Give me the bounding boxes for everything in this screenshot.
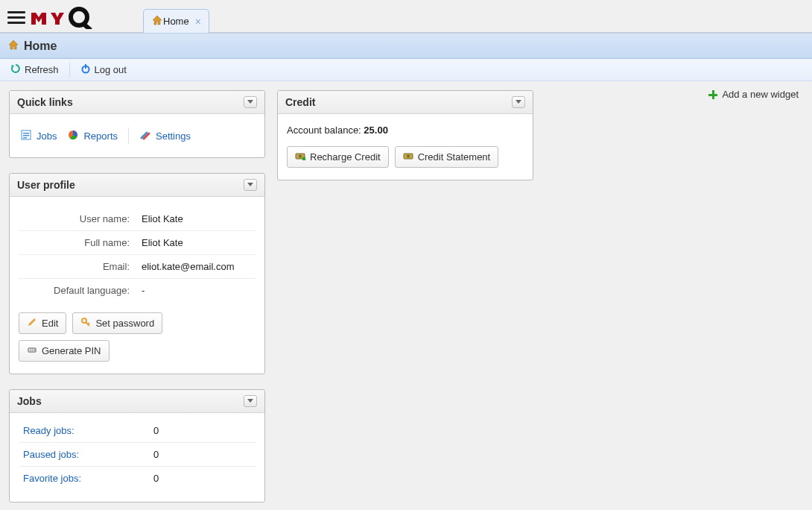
paused-jobs-link[interactable]: Paused jobs:: [23, 449, 79, 460]
page-header: Home: [0, 33, 812, 59]
widget-quick-links: Quick links Jobs Reports Settings: [9, 90, 265, 158]
widget-menu-button[interactable]: [244, 96, 257, 108]
svg-point-13: [34, 350, 35, 351]
add-widget-button[interactable]: Add a new widget: [708, 89, 799, 100]
credit-statement-button[interactable]: Credit Statement: [395, 146, 499, 168]
chevron-down-icon: [516, 100, 521, 104]
refresh-label: Refresh: [25, 64, 59, 75]
logout-label: Log out: [95, 64, 127, 75]
quicklink-reports-label: Reports: [83, 130, 118, 142]
set-password-button[interactable]: Set password: [72, 312, 162, 334]
plus-icon: [708, 90, 717, 99]
paused-jobs-value: 0: [149, 443, 163, 466]
refresh-button[interactable]: Refresh: [6, 62, 63, 78]
favorite-jobs-value: 0: [149, 467, 163, 490]
generate-pin-button[interactable]: Generate PIN: [19, 340, 110, 362]
value: Eliot Kate: [137, 207, 256, 231]
profile-row-language: Default language: -: [19, 279, 256, 303]
svg-rect-3: [85, 64, 86, 69]
value: eliot.kate@email.com: [137, 255, 256, 279]
app-bar: Home ×: [0, 0, 812, 33]
button-label: Set password: [95, 318, 154, 329]
pencil-icon: [27, 317, 37, 330]
column-2: Credit Account balance: 25.00 Recharge C…: [277, 90, 533, 180]
app-logo: [30, 5, 101, 29]
svg-point-11: [30, 350, 31, 351]
quicklink-settings[interactable]: Settings: [139, 128, 191, 144]
add-widget-label: Add a new widget: [722, 89, 799, 100]
profile-row-email: Email: eliot.kate@email.com: [19, 255, 256, 279]
tab-home[interactable]: Home ×: [143, 9, 209, 33]
recharge-credit-button[interactable]: Recharge Credit: [287, 146, 389, 168]
menu-icon[interactable]: [7, 8, 25, 26]
refresh-icon: [10, 63, 21, 76]
label: Email:: [19, 255, 137, 279]
svg-point-12: [32, 350, 34, 351]
jobs-icon: [20, 129, 32, 143]
widget-title: Jobs: [17, 395, 42, 407]
profile-row-fullname: Full name: Eliot Kate: [19, 231, 256, 255]
widget-jobs: Jobs Ready jobs: 0 Paused jobs: 0 Favori…: [9, 389, 265, 503]
toolbar: Refresh Log out: [0, 59, 812, 81]
widget-title: Credit: [285, 96, 315, 108]
content-area: Add a new widget Quick links Jobs Report…: [0, 81, 812, 510]
svg-rect-6: [23, 135, 29, 136]
jobs-row-ready: Ready jobs: 0: [19, 419, 256, 442]
settings-icon: [139, 129, 151, 143]
widget-title: Quick links: [17, 96, 73, 108]
chevron-down-icon: [247, 183, 253, 187]
jobs-row-paused: Paused jobs: 0: [19, 442, 256, 466]
button-label: Generate PIN: [42, 345, 101, 356]
edit-button[interactable]: Edit: [19, 312, 66, 334]
money-icon: [403, 151, 413, 163]
svg-rect-5: [23, 133, 29, 134]
quicklink-reports[interactable]: Reports: [67, 128, 118, 144]
chevron-down-icon: [247, 100, 253, 104]
home-icon: [151, 14, 163, 28]
quicklink-settings-label: Settings: [156, 130, 191, 142]
ready-jobs-value: 0: [149, 419, 163, 442]
power-icon: [80, 63, 91, 76]
close-icon[interactable]: ×: [195, 16, 201, 28]
key-icon: [80, 317, 91, 330]
money-icon: [295, 151, 305, 163]
widget-menu-button[interactable]: [244, 179, 257, 191]
label: User name:: [19, 207, 137, 231]
separator: [69, 63, 70, 78]
value: -: [137, 279, 256, 303]
svg-rect-7: [23, 137, 27, 139]
button-label: Credit Statement: [418, 151, 491, 163]
svg-point-17: [407, 155, 410, 158]
button-label: Edit: [42, 318, 58, 329]
balance-line: Account balance: 25.00: [287, 125, 524, 136]
widget-user-profile: User profile User name: Eliot Kate Full …: [9, 173, 265, 374]
page-title: Home: [24, 40, 57, 53]
profile-table: User name: Eliot Kate Full name: Eliot K…: [19, 207, 256, 302]
quicklink-jobs[interactable]: Jobs: [20, 128, 57, 144]
pin-icon: [27, 344, 37, 357]
svg-point-15: [299, 155, 302, 158]
profile-row-username: User name: Eliot Kate: [19, 207, 256, 231]
chevron-down-icon: [247, 399, 253, 403]
widget-title: User profile: [17, 179, 75, 191]
button-label: Recharge Credit: [310, 151, 381, 163]
home-icon: [7, 39, 19, 53]
label: Default language:: [19, 279, 137, 303]
tab-label: Home: [163, 16, 189, 27]
balance-value: 25.00: [364, 125, 388, 136]
favorite-jobs-link[interactable]: Favorite jobs:: [23, 473, 81, 484]
value: Eliot Kate: [137, 231, 256, 255]
widget-menu-button[interactable]: [244, 395, 257, 407]
column-1: Quick links Jobs Reports Settings: [9, 90, 265, 503]
separator: [128, 128, 129, 144]
reports-icon: [67, 129, 79, 143]
label: Full name:: [19, 231, 137, 255]
logout-button[interactable]: Log out: [76, 62, 131, 78]
ready-jobs-link[interactable]: Ready jobs:: [23, 425, 74, 436]
quicklink-jobs-label: Jobs: [37, 130, 57, 142]
jobs-row-favorite: Favorite jobs: 0: [19, 466, 256, 490]
widget-menu-button[interactable]: [512, 96, 525, 108]
balance-label: Account balance:: [287, 125, 364, 136]
widget-credit: Credit Account balance: 25.00 Recharge C…: [277, 90, 533, 180]
